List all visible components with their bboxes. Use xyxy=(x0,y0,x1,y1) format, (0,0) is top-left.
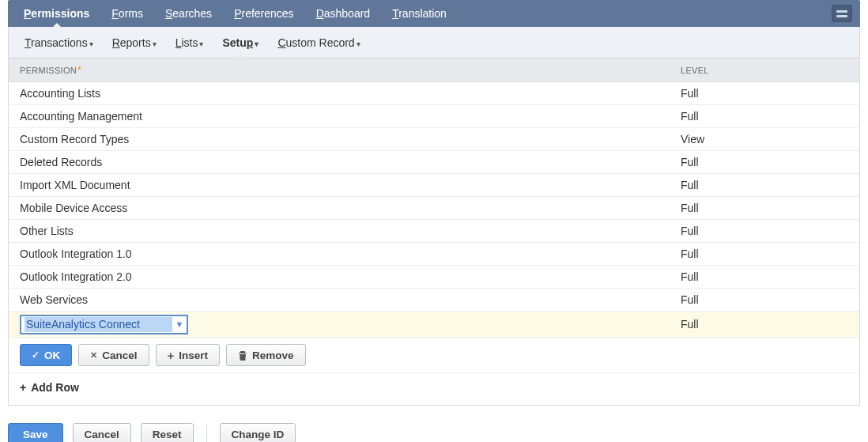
chevron-down-icon: ▾ xyxy=(89,40,93,48)
cell-permission[interactable]: Outlook Integration 2.0 xyxy=(9,266,677,288)
table-row[interactable]: Other ListsFull xyxy=(9,220,859,243)
cell-level[interactable]: Full xyxy=(677,312,859,337)
subtab-lists[interactable]: Lists▾ xyxy=(166,27,213,59)
permissions-grid: PERMISSION* LEVEL Accounting ListsFullAc… xyxy=(9,59,859,405)
close-icon xyxy=(90,350,97,360)
reset-button[interactable]: Reset xyxy=(141,423,194,442)
subtab-custom-record[interactable]: Custom Record▾ xyxy=(268,27,369,59)
column-header-permission[interactable]: PERMISSION* xyxy=(9,59,677,81)
divider xyxy=(206,425,207,442)
subtab-reports[interactable]: Reports▾ xyxy=(103,27,166,59)
remove-button[interactable]: Remove xyxy=(226,344,306,366)
required-star-icon: * xyxy=(77,65,81,76)
check-icon xyxy=(32,350,40,360)
page-footer-actions: Save Cancel Reset Change ID xyxy=(0,406,868,442)
tab-translation[interactable]: Translation xyxy=(381,0,458,27)
trash-icon xyxy=(238,350,247,361)
chevron-down-icon[interactable]: ▼ xyxy=(172,312,187,338)
secondary-tab-bar: Transactions▾ Reports▾ Lists▾ Setup▾ Cus… xyxy=(9,27,859,59)
permissions-panel: Transactions▾ Reports▾ Lists▾ Setup▾ Cus… xyxy=(8,27,860,406)
permission-dropdown[interactable]: ▼ xyxy=(20,315,188,334)
cell-permission[interactable]: Import XML Document xyxy=(9,174,677,196)
row-action-bar: OK Cancel Insert Remove xyxy=(9,338,859,373)
cell-permission[interactable]: Deleted Records xyxy=(9,151,677,173)
table-row[interactable]: Accounting ManagementFull xyxy=(9,105,859,128)
save-button[interactable]: Save xyxy=(8,423,63,442)
tab-dashboard[interactable]: Dashboard xyxy=(305,0,382,27)
table-row[interactable]: Deleted RecordsFull xyxy=(9,151,859,174)
cell-level[interactable]: Full xyxy=(677,243,859,265)
plus-icon xyxy=(168,349,175,361)
cell-level[interactable]: Full xyxy=(677,151,859,173)
cell-permission[interactable]: Outlook Integration 1.0 xyxy=(9,243,677,265)
cell-level[interactable]: Full xyxy=(677,174,859,196)
table-row[interactable]: Outlook Integration 1.0Full xyxy=(9,243,859,266)
primary-tab-bar: Permissions Forms Searches Preferences D… xyxy=(8,0,860,27)
cell-permission[interactable]: Accounting Management xyxy=(9,105,677,127)
table-row[interactable]: Outlook Integration 2.0Full xyxy=(9,266,859,289)
cell-permission[interactable]: Accounting Lists xyxy=(9,82,677,104)
insert-button[interactable]: Insert xyxy=(156,344,221,366)
table-row-editing[interactable]: ▼ Full xyxy=(9,312,859,338)
plus-icon: + xyxy=(20,382,26,393)
cell-permission[interactable]: Mobile Device Access xyxy=(9,197,677,219)
table-row[interactable]: Accounting ListsFull xyxy=(9,82,859,105)
table-row[interactable]: Import XML DocumentFull xyxy=(9,174,859,197)
cell-level[interactable]: Full xyxy=(677,266,859,288)
chevron-down-icon: ▾ xyxy=(199,40,203,48)
tab-permissions[interactable]: Permissions xyxy=(13,0,100,27)
table-row[interactable]: Mobile Device AccessFull xyxy=(9,197,859,220)
tab-searches[interactable]: Searches xyxy=(154,0,223,27)
tab-forms[interactable]: Forms xyxy=(100,0,154,27)
change-id-button[interactable]: Change ID xyxy=(220,423,296,442)
subtab-setup[interactable]: Setup▾ xyxy=(213,27,268,59)
cell-level[interactable]: Full xyxy=(677,220,859,242)
add-row-button[interactable]: + Add Row xyxy=(9,373,859,405)
tab-preferences[interactable]: Preferences xyxy=(223,0,305,27)
view-toggle-button[interactable] xyxy=(832,5,852,22)
cell-level[interactable]: Full xyxy=(677,82,859,104)
cell-permission[interactable]: Other Lists xyxy=(9,220,677,242)
chevron-down-icon: ▾ xyxy=(255,40,259,48)
cell-permission[interactable]: Web Services xyxy=(9,289,677,311)
column-header-level[interactable]: LEVEL xyxy=(677,59,859,81)
ok-button[interactable]: OK xyxy=(20,344,72,366)
cell-level[interactable]: Full xyxy=(677,289,859,311)
cell-level[interactable]: Full xyxy=(677,197,859,219)
table-row[interactable]: Custom Record TypesView xyxy=(9,128,859,151)
cancel-button[interactable]: Cancel xyxy=(73,423,131,442)
chevron-down-icon: ▾ xyxy=(357,40,360,48)
grid-header: PERMISSION* LEVEL xyxy=(9,59,859,82)
table-row[interactable]: Web ServicesFull xyxy=(9,289,859,312)
cell-level[interactable]: Full xyxy=(677,105,859,127)
list-icon xyxy=(836,10,847,13)
cell-level[interactable]: View xyxy=(677,128,859,150)
permission-dropdown-input[interactable] xyxy=(25,317,172,332)
subtab-transactions[interactable]: Transactions▾ xyxy=(15,27,103,59)
list-icon xyxy=(836,15,847,17)
cancel-row-button[interactable]: Cancel xyxy=(78,344,149,366)
cell-permission[interactable]: Custom Record Types xyxy=(9,128,677,150)
chevron-down-icon: ▾ xyxy=(153,40,157,48)
